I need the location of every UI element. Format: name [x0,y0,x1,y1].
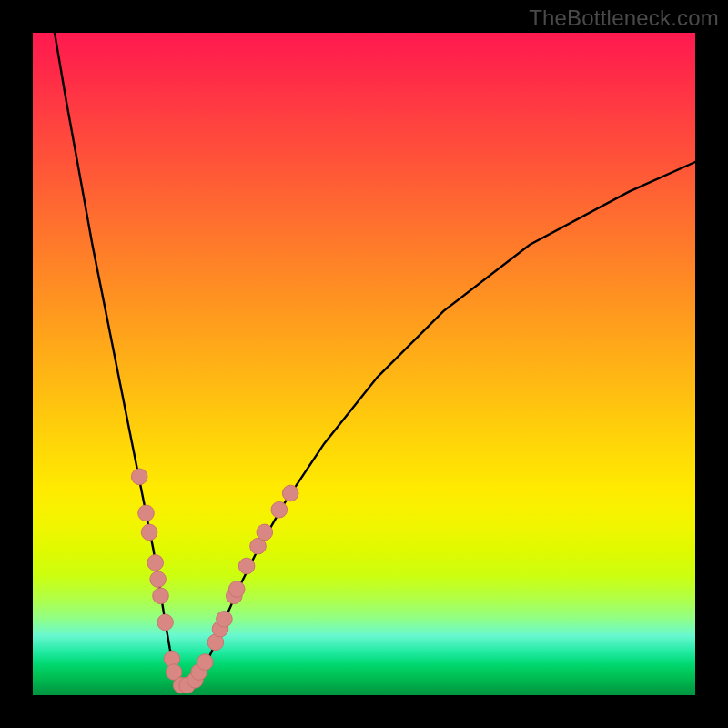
data-marker [157,614,174,631]
data-marker [271,501,288,518]
chart-frame: TheBottleneck.com [0,0,728,728]
data-marker [131,469,147,485]
data-marker [147,555,164,571]
data-marker [153,588,169,604]
marker-group [131,469,298,693]
data-marker [197,654,214,671]
data-marker [217,612,233,628]
data-marker [257,524,273,541]
data-marker [228,581,245,598]
watermark-text: TheBottleneck.com [529,5,719,31]
plot-area [33,33,695,695]
chart-svg [33,33,695,695]
data-marker [150,571,167,588]
data-marker [138,505,155,521]
data-marker [282,485,298,501]
data-marker [238,558,255,574]
data-marker [141,524,157,541]
bottleneck-curve [55,33,695,687]
